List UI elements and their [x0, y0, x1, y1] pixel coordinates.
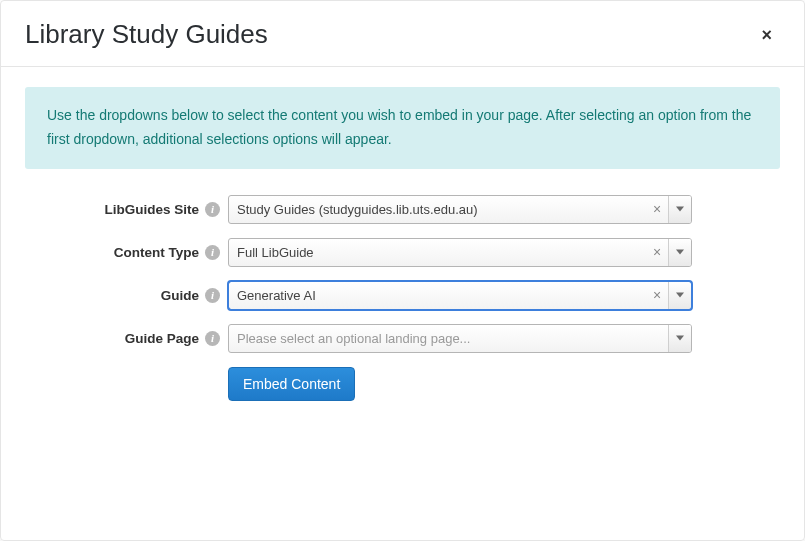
- label-text: Guide Page: [125, 331, 199, 346]
- clear-icon[interactable]: ×: [646, 282, 668, 309]
- info-icon[interactable]: i: [205, 288, 220, 303]
- label-libguides-site: LibGuides Site i: [25, 202, 228, 217]
- label-text: Content Type: [114, 245, 199, 260]
- label-text: Guide: [161, 288, 199, 303]
- chevron-down-icon[interactable]: [668, 325, 691, 352]
- label-guide: Guide i: [25, 288, 228, 303]
- close-button[interactable]: ×: [753, 22, 780, 48]
- chevron-down-icon[interactable]: [668, 239, 691, 266]
- select-libguides-site[interactable]: Study Guides (studyguides.lib.uts.edu.au…: [228, 195, 692, 224]
- select-content-type[interactable]: Full LibGuide ×: [228, 238, 692, 267]
- clear-icon[interactable]: ×: [646, 239, 668, 266]
- modal-header: Library Study Guides ×: [1, 1, 804, 67]
- row-guide-page: Guide Page i Please select an optional l…: [25, 324, 780, 353]
- clear-icon[interactable]: ×: [646, 196, 668, 223]
- label-content-type: Content Type i: [25, 245, 228, 260]
- select-guide[interactable]: Generative AI ×: [228, 281, 692, 310]
- control-guide: Generative AI ×: [228, 281, 692, 310]
- select-value: Study Guides (studyguides.lib.uts.edu.au…: [229, 196, 646, 223]
- control-content-type: Full LibGuide ×: [228, 238, 692, 267]
- info-icon[interactable]: i: [205, 245, 220, 260]
- label-guide-page: Guide Page i: [25, 331, 228, 346]
- info-icon[interactable]: i: [205, 331, 220, 346]
- modal-library-study-guides: Library Study Guides × Use the dropdowns…: [0, 0, 805, 541]
- row-libguides-site: LibGuides Site i Study Guides (studyguid…: [25, 195, 780, 224]
- control-guide-page: Please select an optional landing page..…: [228, 324, 692, 353]
- info-icon[interactable]: i: [205, 202, 220, 217]
- page-title: Library Study Guides: [25, 19, 268, 50]
- row-guide: Guide i Generative AI ×: [25, 281, 780, 310]
- select-placeholder: Please select an optional landing page..…: [229, 325, 668, 352]
- instruction-banner: Use the dropdowns below to select the co…: [25, 87, 780, 169]
- select-guide-page[interactable]: Please select an optional landing page..…: [228, 324, 692, 353]
- row-actions: Embed Content: [25, 367, 780, 401]
- embed-content-button[interactable]: Embed Content: [228, 367, 355, 401]
- row-content-type: Content Type i Full LibGuide ×: [25, 238, 780, 267]
- chevron-down-icon[interactable]: [668, 282, 691, 309]
- control-actions: Embed Content: [228, 367, 692, 401]
- select-value: Full LibGuide: [229, 239, 646, 266]
- control-libguides-site: Study Guides (studyguides.lib.uts.edu.au…: [228, 195, 692, 224]
- chevron-down-icon[interactable]: [668, 196, 691, 223]
- close-icon: ×: [761, 25, 772, 45]
- select-value: Generative AI: [229, 282, 646, 309]
- modal-body: Use the dropdowns below to select the co…: [1, 67, 804, 540]
- label-text: LibGuides Site: [104, 202, 199, 217]
